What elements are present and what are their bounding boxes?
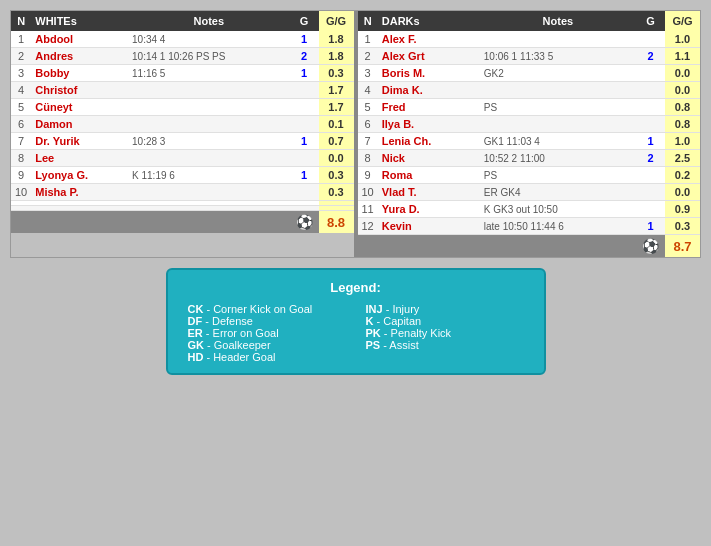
legend-item: HD - Header Goal xyxy=(188,351,346,363)
darks-row-g: 2 xyxy=(636,48,665,65)
darks-col-gg: G/G xyxy=(665,11,700,31)
darks-goal-icon: ⚽ xyxy=(636,235,665,258)
darks-row: 6 Ilya B. 0.8 xyxy=(358,116,701,133)
whites-row-g: 1 xyxy=(290,31,319,48)
darks-row: 5 Fred PS 0.8 xyxy=(358,99,701,116)
legend-left-col: CK - Corner Kick on GoalDF - DefenseER -… xyxy=(188,303,346,363)
darks-row-name: Roma xyxy=(378,167,480,184)
whites-row-gg: 1.8 xyxy=(319,31,354,48)
legend-item: PK - Penalty Kick xyxy=(366,327,524,339)
darks-row-name: Dima K. xyxy=(378,82,480,99)
legend-item: INJ - Injury xyxy=(366,303,524,315)
whites-row-name: Damon xyxy=(31,116,128,133)
whites-row-gg: 0.3 xyxy=(319,65,354,82)
legend-item: GK - Goalkeeper xyxy=(188,339,346,351)
darks-row-g xyxy=(636,167,665,184)
legend-box: Legend: CK - Corner Kick on GoalDF - Def… xyxy=(166,268,546,375)
darks-row: 7 Lenia Ch. GK1 11:03 4 1 1.0 xyxy=(358,133,701,150)
darks-row: 10 Vlad T. ER GK4 0.0 xyxy=(358,184,701,201)
darks-col-g: G xyxy=(636,11,665,31)
legend-item: ER - Error on Goal xyxy=(188,327,346,339)
darks-col-notes: Notes xyxy=(480,11,636,31)
whites-row-name: Lee xyxy=(31,150,128,167)
darks-row-name: Yura D. xyxy=(378,201,480,218)
darks-row-name: Ilya B. xyxy=(378,116,480,133)
darks-row-g xyxy=(636,184,665,201)
whites-row-notes: 11:16 5 xyxy=(128,65,289,82)
darks-row-gg: 1.1 xyxy=(665,48,700,65)
whites-row: 3 Bobby 11:16 5 1 0.3 xyxy=(11,65,354,82)
darks-row-name: Fred xyxy=(378,99,480,116)
darks-row: 8 Nick 10:52 2 11:00 2 2.5 xyxy=(358,150,701,167)
whites-row-gg: 0.7 xyxy=(319,133,354,150)
darks-row-g xyxy=(636,82,665,99)
whites-col-n: N xyxy=(11,11,31,31)
darks-row-notes: 10:52 2 11:00 xyxy=(480,150,636,167)
darks-row-name: Lenia Ch. xyxy=(378,133,480,150)
whites-row-n: 6 xyxy=(11,116,31,133)
darks-row: 1 Alex F. 1.0 xyxy=(358,31,701,48)
darks-row-n: 7 xyxy=(358,133,378,150)
darks-row-n: 8 xyxy=(358,150,378,167)
whites-row-gg: 1.7 xyxy=(319,82,354,99)
whites-row: 1 Abdool 10:34 4 1 1.8 xyxy=(11,31,354,48)
whites-row-g: 2 xyxy=(290,48,319,65)
whites-col-gg: G/G xyxy=(319,11,354,31)
darks-row-n: 1 xyxy=(358,31,378,48)
whites-row-g: 1 xyxy=(290,65,319,82)
whites-row-n: 8 xyxy=(11,150,31,167)
whites-row-notes: 10:28 3 xyxy=(128,133,289,150)
darks-row-n: 2 xyxy=(358,48,378,65)
darks-row: 4 Dima K. 0.0 xyxy=(358,82,701,99)
whites-col-g: G xyxy=(290,11,319,31)
darks-row: 2 Alex Grt 10:06 1 11:33 5 2 1.1 xyxy=(358,48,701,65)
whites-row-gg: 0.3 xyxy=(319,184,354,201)
darks-row-name: Alex F. xyxy=(378,31,480,48)
darks-row-notes: GK1 11:03 4 xyxy=(480,133,636,150)
darks-row-gg: 0.8 xyxy=(665,99,700,116)
whites-row-name: Christof xyxy=(31,82,128,99)
whites-row-name: Misha P. xyxy=(31,184,128,201)
whites-row-n: 7 xyxy=(11,133,31,150)
whites-side: N WHITEs Notes G G/G 1 Abdool 10:34 4 1 … xyxy=(11,11,354,257)
legend-title: Legend: xyxy=(188,280,524,295)
darks-row-n: 4 xyxy=(358,82,378,99)
whites-row-n: 4 xyxy=(11,82,31,99)
whites-row-g xyxy=(290,184,319,201)
darks-row-n: 12 xyxy=(358,218,378,235)
darks-row-g: 1 xyxy=(636,133,665,150)
darks-col-n: N xyxy=(358,11,378,31)
legend-item: PS - Assist xyxy=(366,339,524,351)
whites-row: 8 Lee 0.0 xyxy=(11,150,354,167)
darks-row-n: 9 xyxy=(358,167,378,184)
legend-item: K - Capitan xyxy=(366,315,524,327)
darks-col-name: DARKs xyxy=(378,11,480,31)
darks-row: 12 Kevin late 10:50 11:44 6 1 0.3 xyxy=(358,218,701,235)
legend-grid: CK - Corner Kick on GoalDF - DefenseER -… xyxy=(188,303,524,363)
darks-row-notes: PS xyxy=(480,167,636,184)
whites-row-gg: 1.7 xyxy=(319,99,354,116)
darks-score: 8.7 xyxy=(665,235,700,258)
whites-row-notes xyxy=(128,184,289,201)
whites-row-gg: 0.3 xyxy=(319,167,354,184)
whites-col-notes: Notes xyxy=(128,11,289,31)
darks-row-gg: 0.0 xyxy=(665,65,700,82)
darks-row-g: 2 xyxy=(636,150,665,167)
whites-goal-icon: ⚽ xyxy=(290,211,319,234)
whites-row: 2 Andres 10:14 1 10:26 PS PS 2 1.8 xyxy=(11,48,354,65)
darks-row-notes xyxy=(480,82,636,99)
whites-row-g xyxy=(290,150,319,167)
legend-item: CK - Corner Kick on Goal xyxy=(188,303,346,315)
darks-row-g: 1 xyxy=(636,218,665,235)
darks-row: 11 Yura D. K GK3 out 10:50 0.9 xyxy=(358,201,701,218)
whites-row-n: 9 xyxy=(11,167,31,184)
darks-row-name: Vlad T. xyxy=(378,184,480,201)
whites-row-g: 1 xyxy=(290,133,319,150)
whites-row-name: Dr. Yurik xyxy=(31,133,128,150)
darks-row-notes xyxy=(480,31,636,48)
darks-row-name: Boris M. xyxy=(378,65,480,82)
whites-row-gg: 0.0 xyxy=(319,150,354,167)
darks-row-gg: 0.2 xyxy=(665,167,700,184)
darks-row-g xyxy=(636,65,665,82)
whites-row-gg: 0.1 xyxy=(319,116,354,133)
